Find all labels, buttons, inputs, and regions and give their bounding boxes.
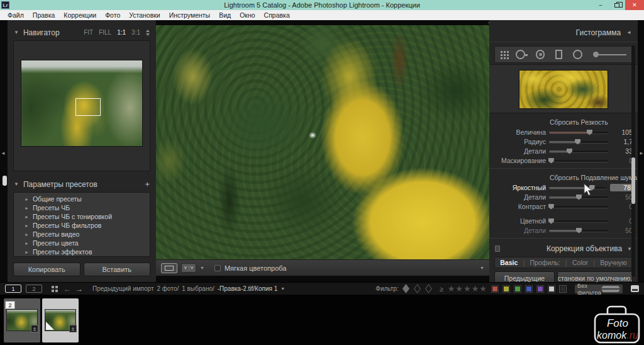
navigator-preview-image[interactable] <box>21 60 143 147</box>
main-photo[interactable] <box>156 25 489 259</box>
slider-track[interactable] <box>549 157 608 165</box>
add-preset-button[interactable]: + <box>145 179 150 189</box>
zoom-mode-fill[interactable]: FILL <box>99 29 111 36</box>
zoom-mode-3-1[interactable]: 3:1 <box>131 29 140 36</box>
zoom-ratio-stepper-icon[interactable] <box>146 30 150 36</box>
slider-thumb[interactable] <box>576 228 582 234</box>
panel-switch-icon[interactable] <box>495 246 500 252</box>
slider-track[interactable] <box>549 184 606 192</box>
before-after-button[interactable]: YY <box>181 263 196 273</box>
menu-help[interactable]: Справка <box>260 10 294 20</box>
previous-button[interactable]: Предыдущие <box>494 271 555 282</box>
color-filter-none[interactable] <box>560 286 566 292</box>
paste-button[interactable]: Вставить <box>84 263 151 276</box>
preset-group-effects[interactable]: ►Пресеты эффектов <box>14 247 150 256</box>
color-filter-blue[interactable] <box>526 286 532 292</box>
zoom-mode-1-1[interactable]: 1:1 <box>117 29 126 36</box>
toolbar-options-icon[interactable]: ▼ <box>480 266 484 270</box>
graduated-filter-icon[interactable] <box>555 50 562 59</box>
noise-reset-header[interactable]: Сбросить Подавление шума <box>550 174 638 181</box>
menu-photo[interactable]: Фото <box>101 10 124 20</box>
menu-view[interactable]: Вид <box>215 10 235 20</box>
radial-filter-icon[interactable] <box>573 50 582 59</box>
preset-group-bw[interactable]: ►Пресеты ЧБ <box>14 203 150 212</box>
menu-edit[interactable]: Правка <box>29 10 58 20</box>
tab-profile[interactable]: Профиль: <box>530 259 560 266</box>
filter-preset-dropdown[interactable]: Без фильтра <box>575 285 623 293</box>
menu-settings[interactable]: Установки <box>125 10 164 20</box>
slider-track[interactable] <box>549 193 608 201</box>
slider-thumb[interactable] <box>548 158 554 164</box>
menu-file[interactable]: Файл <box>4 10 28 20</box>
breadcrumb[interactable]: Предыдущий импорт 2 фото/ 1 выбрано/ -Пр… <box>92 285 285 292</box>
preset-group-general[interactable]: ►Общие пресеты <box>14 195 150 203</box>
slider-value-active[interactable]: 78 <box>610 184 633 191</box>
slider-track[interactable] <box>549 227 608 235</box>
flag-picked-icon[interactable] <box>402 284 409 293</box>
spot-removal-icon[interactable] <box>516 50 525 59</box>
main-monitor-button[interactable]: 1 <box>5 285 21 293</box>
adjustment-brush-icon[interactable] <box>593 52 626 57</box>
thumbnail-cell-1[interactable]: 2 ± <box>4 298 40 342</box>
slider-thumb[interactable] <box>567 149 572 154</box>
flag-rejected-icon[interactable] <box>425 284 432 293</box>
flag-unflagged-icon[interactable] <box>414 284 421 293</box>
tab-basic[interactable]: Basic <box>500 259 518 266</box>
filmstrip-source-toggle-icon[interactable] <box>631 285 639 292</box>
breadcrumb-dropdown-icon[interactable]: ▼ <box>280 286 285 291</box>
before-after-dropdown-icon[interactable]: ▼ <box>200 266 204 270</box>
minimize-button[interactable]: – <box>592 0 609 10</box>
presets-header[interactable]: ▼ Параметры пресетов + <box>8 178 156 190</box>
stack-count-badge[interactable]: 2 <box>5 301 15 309</box>
color-filter-red[interactable] <box>492 286 498 292</box>
preset-group-bw-filters[interactable]: ►Пресеты ЧБ фильтров <box>14 221 150 230</box>
collapse-triangle-icon[interactable]: ▼ <box>14 30 19 35</box>
slider-thumb[interactable] <box>587 130 592 135</box>
color-filter-yellow[interactable] <box>503 286 509 292</box>
slider-track[interactable] <box>549 217 608 225</box>
adjustment-badge-icon[interactable]: ± <box>69 325 77 332</box>
color-filter-green[interactable] <box>514 286 521 292</box>
soft-proof-checkbox[interactable] <box>214 265 221 271</box>
color-filter-purple[interactable] <box>537 286 543 292</box>
navigator-header[interactable]: ▼ Навигатор FIT FILL 1:1 3:1 <box>8 26 156 38</box>
restore-button[interactable] <box>609 0 625 10</box>
preset-group-color[interactable]: ►Пресеты цвета <box>14 239 150 247</box>
close-button[interactable]: ✕ <box>625 0 644 10</box>
detail-preview-image[interactable] <box>519 70 608 109</box>
red-eye-icon[interactable] <box>536 50 545 59</box>
second-monitor-button[interactable]: 2 <box>26 285 42 293</box>
expand-histogram-icon[interactable]: ◄ <box>626 30 631 35</box>
left-panel-scrollbar[interactable] <box>3 176 7 186</box>
slider-thumb[interactable] <box>575 139 580 145</box>
menu-tools[interactable]: Инструменты <box>165 10 214 20</box>
slider-thumb[interactable] <box>548 218 554 224</box>
slider-track[interactable] <box>549 203 608 211</box>
rating-operator[interactable]: ≥ <box>440 285 443 293</box>
menu-window[interactable]: Окно <box>236 10 258 20</box>
color-filter-white[interactable] <box>548 286 555 292</box>
copy-button[interactable]: Копировать <box>13 263 80 276</box>
slider-track[interactable] <box>549 128 608 137</box>
right-panel-scrollbar[interactable] <box>631 157 635 204</box>
collapse-left-panel-icon[interactable]: ◄ <box>1 150 6 156</box>
reset-defaults-button[interactable]: становки по умолчанию. <box>557 271 633 282</box>
slider-track[interactable] <box>549 147 608 156</box>
adjustment-badge-icon[interactable]: ± <box>31 325 38 332</box>
tab-color[interactable]: Color <box>572 259 588 266</box>
previous-photo-icon[interactable]: ← <box>64 285 71 293</box>
tab-manual[interactable]: Вручную <box>600 259 626 266</box>
sharpen-reset-header[interactable]: Сбросить Резкость <box>550 118 638 126</box>
next-photo-icon[interactable]: → <box>75 285 83 293</box>
thumbnail-cell-2-selected[interactable]: ± <box>42 298 79 342</box>
zoom-mode-fit[interactable]: FIT <box>84 29 93 36</box>
collapse-right-panel-icon[interactable]: ► <box>639 150 644 156</box>
slider-thumb[interactable] <box>548 204 554 210</box>
preset-group-bw-toned[interactable]: ►Пресеты ЧБ с тонировкой <box>14 212 150 221</box>
crop-overlay-icon[interactable] <box>501 51 502 53</box>
slider-track[interactable] <box>549 138 608 146</box>
histogram-header[interactable]: Гистограмма ◄ <box>489 26 638 38</box>
grid-view-icon[interactable] <box>52 286 54 288</box>
preset-group-video[interactable]: ►Пресеты видео <box>14 230 150 239</box>
loupe-view-button[interactable] <box>161 263 177 273</box>
